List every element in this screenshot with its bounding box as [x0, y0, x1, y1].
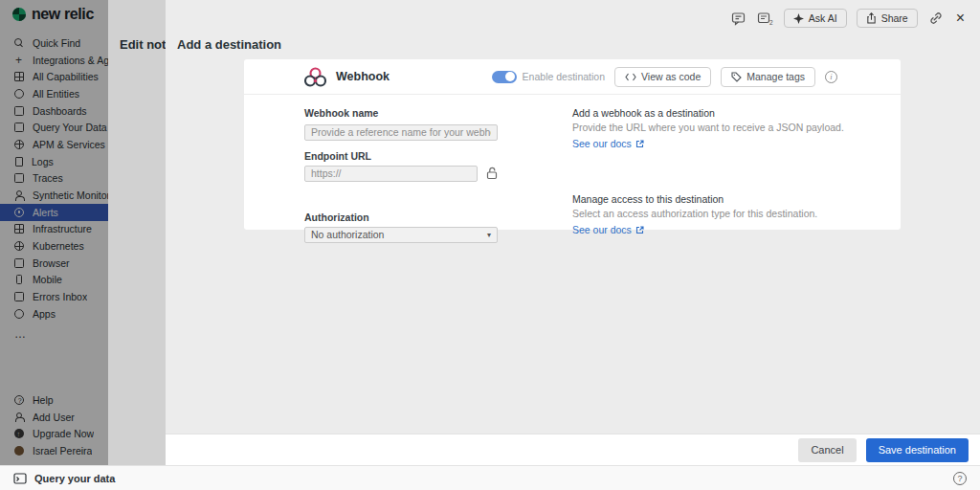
app-root: new relic Quick Find Integrations & Agen… [0, 0, 980, 490]
chevron-down-icon: ▾ [487, 231, 491, 239]
code-icon [625, 73, 636, 81]
enable-destination-toggle-wrap: Enable destination [492, 71, 605, 83]
authorization-label: Authorization [304, 212, 498, 223]
page-title: Add a destination [177, 37, 281, 52]
tag-icon [731, 72, 742, 82]
help-block-webhook: Add a webhook as a destination Provide t… [572, 107, 872, 150]
sparkle-icon [793, 13, 804, 24]
card-body: Webhook name Endpoint URL Authori [244, 95, 901, 243]
webhook-name-input[interactable] [304, 124, 498, 141]
panel-toolbar: 2 Ask AI Share [730, 9, 967, 28]
help-column: Add a webhook as a destination Provide t… [572, 107, 872, 243]
console-icon [13, 473, 27, 484]
cancel-button[interactable]: Cancel [798, 438, 856, 462]
svg-text:2: 2 [769, 19, 773, 26]
webhook-name-label: Webhook name [304, 107, 498, 119]
view-as-code-label: View as code [641, 71, 701, 82]
share-button[interactable]: Share [857, 9, 918, 28]
endpoint-url-input[interactable] [304, 166, 478, 182]
info-icon[interactable]: i [825, 71, 837, 83]
help-desc: Provide the URL where you want to receiv… [572, 122, 872, 134]
external-link-icon [635, 226, 644, 234]
enable-destination-toggle[interactable] [492, 71, 517, 83]
lock-icon [486, 167, 498, 180]
authorization-value: No authorization [311, 229, 384, 240]
notes-icon[interactable]: 2 [757, 10, 774, 27]
query-your-data-button[interactable]: Query your data [13, 473, 115, 484]
form-column: Webhook name Endpoint URL Authori [304, 107, 498, 243]
share-icon [866, 12, 877, 24]
manage-tags-label: Manage tags [746, 71, 805, 82]
query-your-data-label: Query your data [34, 473, 115, 484]
share-label: Share [881, 12, 908, 24]
status-bar: Query your data ? [0, 465, 980, 490]
view-as-code-button[interactable]: View as code [614, 67, 711, 87]
authorization-select[interactable]: No authorization ▾ [304, 227, 498, 243]
see-our-docs-link[interactable]: See our docs [572, 224, 644, 236]
close-icon[interactable]: × [954, 11, 967, 26]
add-destination-panel: Add a destination 2 A [166, 0, 980, 465]
help-desc: Select an access authorization type for … [572, 208, 872, 220]
toggle-knob [505, 72, 515, 81]
save-destination-button[interactable]: Save destination [866, 438, 969, 462]
manage-tags-button[interactable]: Manage tags [721, 67, 815, 87]
feedback-icon[interactable] [730, 10, 747, 27]
docs-link-label: See our docs [572, 138, 632, 150]
webhook-icon [304, 66, 326, 88]
ask-ai-button[interactable]: Ask AI [784, 9, 847, 28]
panel-footer: Cancel Save destination [166, 434, 980, 465]
provider-title: Webhook [336, 70, 390, 83]
help-block-access: Manage access to this destination Select… [572, 193, 872, 236]
see-our-docs-link[interactable]: See our docs [572, 138, 644, 150]
ask-ai-label: Ask AI [809, 12, 837, 24]
destination-card: Webhook Enable destination View as code [244, 59, 901, 230]
endpoint-url-label: Endpoint URL [304, 150, 498, 162]
external-link-icon [635, 140, 644, 148]
endpoint-url-row [304, 166, 498, 182]
card-controls: Enable destination View as code Manage t… [492, 67, 837, 87]
card-header: Webhook Enable destination View as code [244, 59, 901, 95]
docs-link-label: See our docs [572, 224, 632, 236]
permalink-icon[interactable] [927, 10, 945, 27]
enable-destination-label: Enable destination [523, 71, 605, 82]
help-title: Manage access to this destination [572, 193, 872, 206]
help-circle-icon[interactable]: ? [953, 472, 967, 485]
help-title: Add a webhook as a destination [572, 107, 872, 120]
